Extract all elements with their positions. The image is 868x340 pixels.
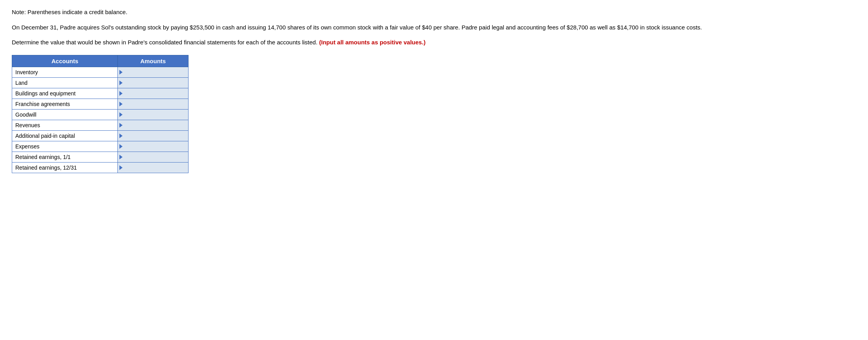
amount-input[interactable] [124, 101, 179, 107]
table-row: Expenses [12, 141, 189, 152]
account-label: Franchise agreements [12, 99, 118, 109]
arrow-icon [119, 112, 123, 117]
arrow-icon [119, 133, 123, 138]
amount-cell[interactable] [118, 77, 189, 88]
arrow-icon [119, 144, 123, 149]
amount-cell[interactable] [118, 162, 189, 173]
instruction-bold-red: (Input all amounts as positive values.) [319, 39, 425, 46]
note-text: Note: Parentheses indicate a credit bala… [12, 8, 856, 17]
account-label: Goodwill [12, 109, 118, 120]
account-label: Inventory [12, 67, 118, 77]
amount-input[interactable] [124, 69, 179, 75]
account-label: Additional paid-in capital [12, 130, 118, 141]
paragraph1: On December 31, Padre acquires Sol's out… [12, 23, 856, 32]
header-amounts: Amounts [118, 55, 189, 67]
amount-input[interactable] [124, 122, 179, 128]
account-label: Retained earnings, 12/31 [12, 162, 118, 173]
amount-input[interactable] [124, 133, 179, 139]
table-row: Land [12, 77, 189, 88]
table-row: Goodwill [12, 109, 189, 120]
arrow-icon [119, 80, 123, 85]
amount-input[interactable] [124, 154, 179, 160]
amount-cell[interactable] [118, 99, 189, 109]
amount-cell[interactable] [118, 88, 189, 99]
account-label: Land [12, 77, 118, 88]
instruction-before: Determine the value that would be shown … [12, 39, 319, 46]
amount-input[interactable] [124, 143, 179, 150]
account-label: Retained earnings, 1/1 [12, 152, 118, 162]
arrow-icon [119, 165, 123, 170]
table-row: Buildings and equipment [12, 88, 189, 99]
accounts-table-container: Accounts Amounts InventoryLandBuildings … [12, 55, 189, 173]
amount-input[interactable] [124, 112, 179, 118]
table-row: Additional paid-in capital [12, 130, 189, 141]
header-accounts: Accounts [12, 55, 118, 67]
table-row: Retained earnings, 1/1 [12, 152, 189, 162]
amount-input[interactable] [124, 165, 179, 171]
account-label: Buildings and equipment [12, 88, 118, 99]
amount-cell[interactable] [118, 109, 189, 120]
amount-cell[interactable] [118, 141, 189, 152]
arrow-icon [119, 102, 123, 106]
amount-cell[interactable] [118, 130, 189, 141]
arrow-icon [119, 91, 123, 96]
amount-input[interactable] [124, 90, 179, 97]
amount-cell[interactable] [118, 152, 189, 162]
table-row: Inventory [12, 67, 189, 77]
instruction-paragraph: Determine the value that would be shown … [12, 38, 856, 47]
table-row: Revenues [12, 120, 189, 130]
amount-cell[interactable] [118, 67, 189, 77]
table-row: Retained earnings, 12/31 [12, 162, 189, 173]
table-row: Franchise agreements [12, 99, 189, 109]
account-label: Expenses [12, 141, 118, 152]
arrow-icon [119, 70, 123, 75]
arrow-icon [119, 155, 123, 159]
amount-cell[interactable] [118, 120, 189, 130]
accounts-table: Accounts Amounts InventoryLandBuildings … [12, 55, 189, 173]
arrow-icon [119, 123, 123, 128]
amount-input[interactable] [124, 80, 179, 86]
account-label: Revenues [12, 120, 118, 130]
